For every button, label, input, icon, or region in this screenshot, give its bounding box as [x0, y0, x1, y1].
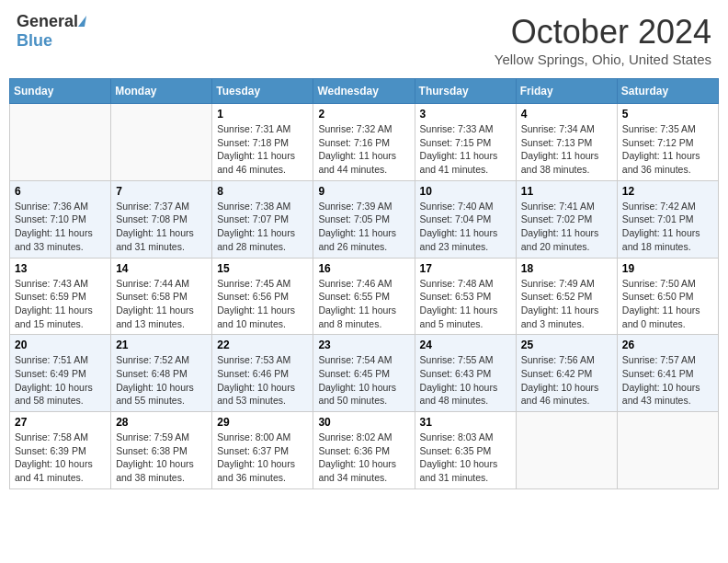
calendar-cell: 1Sunrise: 7:31 AMSunset: 7:18 PMDaylight… [212, 104, 313, 181]
day-number: 13 [15, 262, 106, 275]
day-info: Sunrise: 7:34 AMSunset: 7:13 PMDaylight:… [521, 122, 612, 177]
calendar-week-row: 27Sunrise: 7:58 AMSunset: 6:39 PMDayligh… [10, 412, 719, 489]
calendar-cell: 12Sunrise: 7:42 AMSunset: 7:01 PMDayligh… [617, 180, 718, 258]
day-number: 6 [15, 185, 106, 198]
day-info: Sunrise: 7:43 AMSunset: 6:59 PMDaylight:… [15, 277, 106, 331]
day-number: 18 [521, 262, 612, 275]
calendar-cell: 16Sunrise: 7:46 AMSunset: 6:55 PMDayligh… [313, 258, 415, 335]
calendar-cell: 9Sunrise: 7:39 AMSunset: 7:05 PMDaylight… [313, 180, 415, 258]
day-number: 14 [116, 262, 207, 275]
day-info: Sunrise: 8:02 AMSunset: 6:36 PMDaylight:… [318, 431, 409, 485]
calendar-cell: 3Sunrise: 7:33 AMSunset: 7:15 PMDaylight… [415, 104, 516, 181]
calendar-cell: 24Sunrise: 7:55 AMSunset: 6:43 PMDayligh… [415, 335, 516, 412]
calendar-cell: 14Sunrise: 7:44 AMSunset: 6:58 PMDayligh… [111, 258, 212, 335]
day-info: Sunrise: 7:32 AMSunset: 7:16 PMDaylight:… [318, 122, 409, 177]
day-number: 8 [217, 185, 308, 198]
day-number: 29 [217, 416, 308, 429]
day-info: Sunrise: 7:59 AMSunset: 6:38 PMDaylight:… [116, 431, 207, 485]
day-number: 5 [622, 108, 713, 121]
day-number: 11 [521, 185, 612, 198]
calendar-cell: 5Sunrise: 7:35 AMSunset: 7:12 PMDaylight… [617, 104, 718, 181]
day-info: Sunrise: 7:55 AMSunset: 6:43 PMDaylight:… [420, 353, 511, 408]
day-info: Sunrise: 7:39 AMSunset: 7:05 PMDaylight:… [318, 200, 409, 254]
calendar-cell: 13Sunrise: 7:43 AMSunset: 6:59 PMDayligh… [10, 258, 111, 335]
calendar-cell: 26Sunrise: 7:57 AMSunset: 6:41 PMDayligh… [617, 335, 718, 412]
title-section: October 2024 Yellow Springs, Ohio, Unite… [495, 13, 711, 67]
day-number: 17 [420, 262, 511, 275]
day-info: Sunrise: 7:58 AMSunset: 6:39 PMDaylight:… [15, 431, 106, 485]
calendar-header-monday: Monday [111, 79, 212, 104]
day-info: Sunrise: 7:49 AMSunset: 6:52 PMDaylight:… [521, 277, 612, 331]
calendar-header-saturday: Saturday [617, 79, 718, 104]
page-header: General Blue October 2024 Yellow Springs… [9, 9, 719, 71]
day-number: 9 [318, 185, 409, 198]
location-subtitle: Yellow Springs, Ohio, United States [495, 52, 711, 67]
logo-blue: Blue [17, 31, 52, 50]
calendar-cell [10, 104, 111, 181]
day-number: 20 [15, 339, 106, 351]
day-number: 10 [420, 185, 511, 198]
calendar-cell: 21Sunrise: 7:52 AMSunset: 6:48 PMDayligh… [111, 335, 212, 412]
day-info: Sunrise: 8:03 AMSunset: 6:35 PMDaylight:… [420, 431, 511, 485]
day-number: 4 [521, 108, 612, 121]
day-number: 26 [622, 339, 713, 351]
day-number: 28 [116, 416, 207, 429]
calendar-cell: 28Sunrise: 7:59 AMSunset: 6:38 PMDayligh… [111, 412, 212, 489]
calendar-cell: 4Sunrise: 7:34 AMSunset: 7:13 PMDaylight… [516, 104, 617, 181]
day-info: Sunrise: 7:48 AMSunset: 6:53 PMDaylight:… [420, 277, 511, 331]
day-number: 22 [217, 339, 308, 351]
calendar-week-row: 20Sunrise: 7:51 AMSunset: 6:49 PMDayligh… [10, 335, 719, 412]
day-info: Sunrise: 7:57 AMSunset: 6:41 PMDaylight:… [622, 353, 713, 408]
day-info: Sunrise: 7:46 AMSunset: 6:55 PMDaylight:… [318, 277, 409, 331]
day-number: 16 [318, 262, 409, 275]
day-info: Sunrise: 7:35 AMSunset: 7:12 PMDaylight:… [622, 122, 713, 177]
calendar-cell: 15Sunrise: 7:45 AMSunset: 6:56 PMDayligh… [212, 258, 313, 335]
calendar-header-thursday: Thursday [415, 79, 516, 104]
day-info: Sunrise: 7:38 AMSunset: 7:07 PMDaylight:… [217, 200, 308, 254]
calendar-header-tuesday: Tuesday [212, 79, 313, 104]
day-info: Sunrise: 7:33 AMSunset: 7:15 PMDaylight:… [420, 122, 511, 177]
day-number: 31 [420, 416, 511, 429]
day-number: 30 [318, 416, 409, 429]
day-number: 19 [622, 262, 713, 275]
calendar-table: SundayMondayTuesdayWednesdayThursdayFrid… [9, 78, 719, 489]
day-info: Sunrise: 8:00 AMSunset: 6:37 PMDaylight:… [217, 431, 308, 485]
day-info: Sunrise: 7:41 AMSunset: 7:02 PMDaylight:… [521, 200, 612, 254]
day-number: 3 [420, 108, 511, 121]
calendar-cell: 29Sunrise: 8:00 AMSunset: 6:37 PMDayligh… [212, 412, 313, 489]
calendar-week-row: 1Sunrise: 7:31 AMSunset: 7:18 PMDaylight… [10, 104, 719, 181]
day-info: Sunrise: 7:31 AMSunset: 7:18 PMDaylight:… [217, 122, 308, 177]
calendar-cell: 20Sunrise: 7:51 AMSunset: 6:49 PMDayligh… [10, 335, 111, 412]
day-info: Sunrise: 7:36 AMSunset: 7:10 PMDaylight:… [15, 200, 106, 254]
calendar-cell: 7Sunrise: 7:37 AMSunset: 7:08 PMDaylight… [111, 180, 212, 258]
day-info: Sunrise: 7:51 AMSunset: 6:49 PMDaylight:… [15, 353, 106, 408]
day-number: 25 [521, 339, 612, 351]
day-number: 24 [420, 339, 511, 351]
calendar-cell: 19Sunrise: 7:50 AMSunset: 6:50 PMDayligh… [617, 258, 718, 335]
day-info: Sunrise: 7:50 AMSunset: 6:50 PMDaylight:… [622, 277, 713, 331]
calendar-cell: 27Sunrise: 7:58 AMSunset: 6:39 PMDayligh… [10, 412, 111, 489]
calendar-cell: 23Sunrise: 7:54 AMSunset: 6:45 PMDayligh… [313, 335, 415, 412]
calendar-cell: 31Sunrise: 8:03 AMSunset: 6:35 PMDayligh… [415, 412, 516, 489]
calendar-cell: 17Sunrise: 7:48 AMSunset: 6:53 PMDayligh… [415, 258, 516, 335]
day-info: Sunrise: 7:45 AMSunset: 6:56 PMDaylight:… [217, 277, 308, 331]
day-number: 27 [15, 416, 106, 429]
day-info: Sunrise: 7:40 AMSunset: 7:04 PMDaylight:… [420, 200, 511, 254]
calendar-cell: 22Sunrise: 7:53 AMSunset: 6:46 PMDayligh… [212, 335, 313, 412]
calendar-cell [617, 412, 718, 489]
calendar-cell: 18Sunrise: 7:49 AMSunset: 6:52 PMDayligh… [516, 258, 617, 335]
day-number: 1 [217, 108, 308, 121]
day-number: 23 [318, 339, 409, 351]
day-info: Sunrise: 7:37 AMSunset: 7:08 PMDaylight:… [116, 200, 207, 254]
logo: General Blue [17, 13, 85, 51]
logo-text: General [17, 13, 85, 31]
day-number: 15 [217, 262, 308, 275]
calendar-cell: 10Sunrise: 7:40 AMSunset: 7:04 PMDayligh… [415, 180, 516, 258]
day-info: Sunrise: 7:53 AMSunset: 6:46 PMDaylight:… [217, 353, 308, 408]
calendar-cell: 2Sunrise: 7:32 AMSunset: 7:16 PMDaylight… [313, 104, 415, 181]
day-info: Sunrise: 7:52 AMSunset: 6:48 PMDaylight:… [116, 353, 207, 408]
calendar-cell [111, 104, 212, 181]
calendar-week-row: 6Sunrise: 7:36 AMSunset: 7:10 PMDaylight… [10, 180, 719, 258]
day-info: Sunrise: 7:56 AMSunset: 6:42 PMDaylight:… [521, 353, 612, 408]
day-number: 21 [116, 339, 207, 351]
